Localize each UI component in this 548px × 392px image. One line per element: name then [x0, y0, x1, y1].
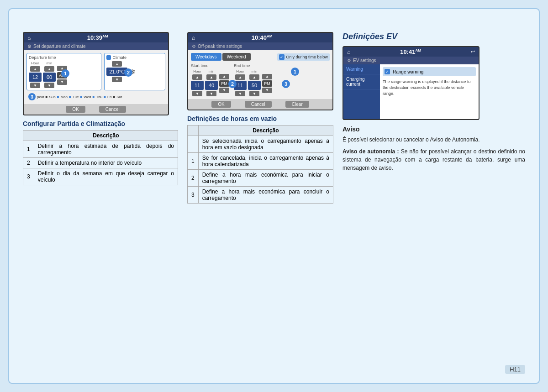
- circle-2-s2: 2: [228, 80, 237, 88]
- table1-row: 2Definir a temperatura no interior do ve…: [23, 158, 178, 168]
- start-hour-up[interactable]: ▲: [192, 74, 202, 80]
- screen2-footer: OK Cancel Clear: [188, 99, 332, 110]
- screen1-subheader-text: Set departure and climate: [33, 44, 86, 49]
- start-ampm-up[interactable]: ▲: [219, 74, 229, 79]
- table2-desc: Se for cancelada, inicia o carregamento …: [198, 153, 333, 170]
- table2-num: [188, 136, 199, 153]
- checkbox-only-during: ✓: [279, 54, 285, 60]
- cancel-button-2[interactable]: Cancel: [245, 101, 272, 108]
- climate-section: Climate ▲ 21.0°C ▼ ❄: [104, 53, 165, 90]
- screen3-time: 10:41AM: [350, 48, 471, 55]
- table1-num: 1: [23, 141, 34, 158]
- temp-up[interactable]: ▲: [112, 61, 122, 67]
- section1-title: Configurar Partida e Climatização: [23, 120, 178, 127]
- circle-3: 3: [28, 93, 36, 100]
- departure-screen: ⌂ 10:39AM ⚙ Set departure and climate: [23, 32, 169, 115]
- screen1-time: 10:39AM: [31, 34, 164, 41]
- departure-label: Departure time: [29, 55, 99, 60]
- end-min-up[interactable]: ▲: [249, 74, 259, 80]
- screen2-subheader: ⚙ Off-peak time settings: [188, 42, 332, 50]
- table1-desc: Definir o dia da semana em que deseja ca…: [34, 168, 178, 185]
- ev-right-content: ✓ Range warning The range warning is dis…: [380, 64, 479, 119]
- aviso-title: Aviso: [342, 125, 525, 133]
- range-warning-row[interactable]: ✓ Range warning: [383, 67, 476, 76]
- start-time-group: Start time Hour ▲ 11 ▼ min: [191, 63, 229, 96]
- circle-2-s1: 2: [124, 68, 132, 77]
- climate-controls: ▲ 21.0°C ▼ ❄: [106, 61, 163, 82]
- end-min-down[interactable]: ▼: [249, 91, 259, 96]
- ev-content-area: Warning Charging current ✓ Range warning…: [343, 64, 479, 119]
- ev-sidebar-warning[interactable]: Warning: [343, 64, 380, 74]
- section2-title: Definições de horas em vazio: [187, 115, 333, 122]
- cancel-button-1[interactable]: Cancel: [99, 106, 126, 113]
- time-groups: Start time Hour ▲ 11 ▼ min: [191, 63, 330, 96]
- screen1-subheader: ⚙ Set departure and climate: [24, 42, 168, 50]
- start-min-down[interactable]: ▼: [206, 91, 216, 96]
- definicoes-ev-title: Definições EV: [342, 32, 525, 42]
- table2-row: 1Se for cancelada, inicia o carregamento…: [188, 153, 333, 170]
- hour-value: 12: [29, 73, 42, 82]
- departure-time-section: Departure time Hour ▲ 12 ▼: [26, 53, 101, 90]
- only-during-checkbox[interactable]: ✓ Only during time below: [277, 53, 330, 61]
- aviso-intro: É possível selecionar ou cancelar o Avis…: [342, 136, 525, 144]
- table1: Descrição 1Definir a hora estimada de pa…: [23, 130, 178, 185]
- min-up[interactable]: ▲: [44, 66, 54, 72]
- aviso-section: Aviso É possível selecionar ou cancelar …: [342, 125, 525, 172]
- hour-down[interactable]: ▼: [30, 83, 40, 88]
- screen3-header-text: EV settings: [353, 58, 376, 63]
- screen3-header: ⌂ 10:41AM ↩: [343, 47, 479, 57]
- start-hour-val: 11: [191, 81, 204, 90]
- table2-desc-header: Descrição: [198, 125, 333, 136]
- table2-num: 2: [188, 170, 199, 187]
- tab-row: Weekdays Weekend ✓ Only during time belo…: [191, 53, 330, 61]
- end-ampm-up[interactable]: ▲: [262, 74, 272, 79]
- screen1-wrapper: ⌂ 10:39AM ⚙ Set departure and climate: [23, 32, 178, 115]
- screen2-time: 10:40AM: [195, 34, 329, 41]
- screen2-header: ⌂ 10:40AM: [188, 33, 332, 42]
- ok-button-2[interactable]: OK: [211, 101, 231, 108]
- page-number: H11: [505, 365, 525, 374]
- hour-up[interactable]: ▲: [30, 66, 40, 72]
- tab-weekdays[interactable]: Weekdays: [191, 53, 221, 61]
- end-ampm-val: PM: [262, 80, 272, 87]
- temp-down[interactable]: ▼: [112, 77, 122, 82]
- min-down[interactable]: ▼: [44, 83, 54, 88]
- offpeak-screen: ⌂ 10:40AM ⚙ Off-peak time settings Weekd…: [187, 32, 333, 110]
- screen1-header: ⌂ 10:39AM: [24, 33, 168, 42]
- table2-desc: Define a hora mais económica para inicia…: [198, 170, 333, 187]
- home-icon-2: ⌂: [192, 35, 195, 41]
- start-ampm-down[interactable]: ▼: [219, 88, 229, 93]
- tab-weekend[interactable]: Weekend: [222, 53, 251, 61]
- table2-empty-header: [188, 125, 199, 136]
- repeat-row: 3 peat ■Sun ■Mon ■Tue ■Wed ■Thu ■Fri ■Sa…: [26, 92, 165, 101]
- min-value: 00: [43, 73, 56, 82]
- ampm-down[interactable]: ▼: [57, 79, 67, 85]
- ok-button-1[interactable]: OK: [66, 106, 85, 113]
- end-hour-down[interactable]: ▼: [235, 91, 245, 96]
- start-min-up[interactable]: ▲: [206, 74, 216, 80]
- ev-left-sidebar: Warning Charging current: [343, 64, 380, 119]
- home-icon: ⌂: [27, 35, 31, 41]
- aviso-bold: Aviso de autonomia :: [342, 148, 399, 155]
- back-icon: ↩: [471, 49, 475, 55]
- circle-3-s2: 3: [282, 80, 290, 88]
- range-warning-label: Range warning: [393, 69, 423, 74]
- clear-button[interactable]: Clear: [285, 101, 309, 108]
- ev-sidebar-charging[interactable]: Charging current: [343, 74, 380, 89]
- gear-icon-3: ⚙: [347, 58, 351, 63]
- start-ampm-val: PM: [219, 80, 229, 87]
- end-time-group: End time Hour ▲ 11 ▼ min: [234, 63, 272, 96]
- table1-empty-header: [23, 131, 34, 141]
- end-ampm-down[interactable]: ▼: [262, 88, 272, 93]
- departure-main-row: Departure time Hour ▲ 12 ▼: [26, 53, 165, 90]
- end-hour-up[interactable]: ▲: [235, 74, 245, 80]
- hour-col: Hour ▲ 12 ▼: [29, 61, 42, 88]
- start-hour-down[interactable]: ▼: [192, 91, 202, 96]
- gear-icon-2: ⚙: [192, 44, 196, 49]
- home-icon-3: ⌂: [347, 49, 350, 55]
- table2-num: 1: [188, 153, 199, 170]
- table2-row: 3Define a hora mais económica para concl…: [188, 187, 333, 204]
- table2-desc: Define a hora mais económica para conclu…: [198, 187, 333, 204]
- table2-desc: Se selecionada inicia o carregamento ape…: [198, 136, 333, 153]
- range-warning-checkbox: ✓: [385, 69, 390, 74]
